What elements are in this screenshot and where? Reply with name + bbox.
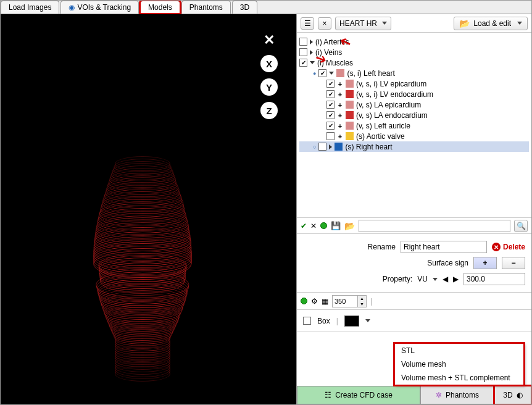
checkbox[interactable]: [299, 38, 307, 46]
export-menu: STL Volume mesh Volume mesh + STL comple…: [394, 343, 524, 385]
filter-input[interactable]: [359, 220, 510, 232]
checkbox[interactable]: ✔: [326, 80, 335, 88]
checkbox[interactable]: ✔: [326, 111, 335, 119]
divider: |: [370, 297, 372, 306]
tree-toolbar: ✔ ✕ 💾 📂 🔍: [297, 218, 531, 234]
color-swatch: [335, 143, 343, 151]
checkbox[interactable]: ✔: [299, 59, 307, 67]
menu-item-volume-mesh[interactable]: Volume mesh: [395, 357, 523, 371]
menu-item-volume-stl-complement[interactable]: Volume mesh + STL complement: [395, 371, 523, 385]
tool-icon[interactable]: ▦: [322, 297, 328, 306]
close-icon[interactable]: ✕: [260, 31, 278, 49]
tree-node-right-heart[interactable]: ○ (s) Right heart: [299, 141, 529, 152]
color-swatch: [346, 132, 354, 140]
tab-bar: Load Images ◉VOIs & Tracking Models Phan…: [1, 1, 531, 14]
db-icon[interactable]: ☰: [301, 17, 314, 30]
tool-icon[interactable]: ⚙: [311, 297, 318, 306]
tree-item-label: (v, s) LA epicardium: [356, 101, 421, 109]
tab-load-images[interactable]: Load Images: [1, 1, 59, 14]
checkbox[interactable]: [299, 48, 307, 56]
chevron-down-icon[interactable]: [433, 278, 438, 281]
record-icon[interactable]: [320, 222, 327, 229]
3d-icon: ◐: [517, 391, 523, 399]
tree-node-left-heart[interactable]: ● ✔ (s, i) Left heart: [299, 68, 529, 78]
search-icon[interactable]: 🔍: [514, 220, 528, 232]
next-icon[interactable]: ▶: [453, 275, 459, 283]
3d-viewer[interactable]: ✕ X Y Z: [1, 14, 297, 404]
view-z-button[interactable]: Z: [260, 102, 278, 119]
sign-minus-button[interactable]: −: [502, 257, 525, 269]
chevron-down-icon[interactable]: [365, 319, 370, 322]
expand-icon[interactable]: [310, 50, 313, 55]
view-x-button[interactable]: X: [260, 55, 278, 72]
tree-item-label: (s) Aortic valve: [356, 132, 405, 141]
view-y-button[interactable]: Y: [260, 78, 278, 96]
checkbox[interactable]: [326, 132, 335, 140]
color-swatch: [336, 69, 344, 77]
tree-item-label: (v, s) Left auricle: [356, 122, 410, 130]
spin-up[interactable]: ▲: [357, 296, 366, 301]
phantom-icon: ✲: [436, 391, 442, 399]
plus-icon: +: [337, 91, 343, 98]
tab-models[interactable]: Models: [140, 1, 180, 14]
tree-node-item[interactable]: ✔+(v, s) LA endocardium: [299, 110, 529, 120]
checkbox[interactable]: ✔: [318, 69, 326, 77]
cancel-icon[interactable]: ✕: [310, 222, 317, 230]
tree-item-label: (v, s, i) LV epicardium: [356, 80, 426, 88]
plus-icon: +: [337, 101, 343, 109]
property-name[interactable]: VU: [417, 275, 428, 283]
collapse-icon[interactable]: [310, 61, 315, 64]
3d-button[interactable]: 3D ◐: [494, 386, 531, 404]
clear-icon[interactable]: ×: [318, 17, 331, 30]
tree-node-veins[interactable]: (i) Veins: [299, 47, 529, 57]
tree-node-item[interactable]: ✔+(v, s, i) LV endocardium: [299, 89, 529, 99]
plus-icon: +: [337, 122, 343, 130]
tab-3d[interactable]: 3D: [232, 1, 257, 14]
apply-icon[interactable]: ✔: [301, 222, 307, 230]
delete-icon: ✕: [492, 243, 501, 251]
spinner-input[interactable]: [333, 296, 357, 307]
plus-icon: +: [337, 133, 343, 140]
expand-icon[interactable]: [329, 144, 332, 149]
action-bar: ☷ Create CFD case ✲ Phantoms 3D ◐: [297, 386, 531, 404]
tree-node-muscles[interactable]: ✔ (i) Muscles: [299, 57, 529, 68]
tab-vois-tracking[interactable]: ◉VOIs & Tracking: [60, 1, 139, 14]
color-picker[interactable]: [344, 315, 359, 327]
record-icon[interactable]: [301, 298, 307, 304]
mesh-toolbar: ⚙ ▦ ▲▼ |: [297, 293, 531, 310]
expand-icon[interactable]: [310, 40, 313, 44]
tab-phantoms[interactable]: Phantoms: [181, 1, 231, 14]
rename-input[interactable]: [401, 241, 487, 253]
checkbox[interactable]: ✔: [326, 122, 335, 130]
color-swatch: [346, 122, 354, 130]
box-checkbox[interactable]: [303, 317, 311, 325]
save-icon[interactable]: 💾: [331, 221, 341, 230]
checkbox[interactable]: ✔: [326, 101, 335, 109]
collapse-icon[interactable]: [329, 72, 334, 75]
model-select[interactable]: HEART HR: [335, 17, 391, 30]
divider: |: [336, 317, 338, 325]
create-cfd-button[interactable]: ☷ Create CFD case: [297, 386, 420, 404]
rename-label: Rename: [368, 243, 396, 251]
surface-sign-label: Surface sign: [427, 259, 468, 267]
box-row: Box |: [297, 310, 531, 332]
color-swatch: [346, 101, 354, 109]
prev-icon[interactable]: ◀: [443, 275, 448, 283]
chevron-down-icon: [382, 22, 387, 25]
resolution-spinner[interactable]: ▲▼: [332, 295, 367, 307]
phantoms-button[interactable]: ✲ Phantoms: [420, 386, 494, 404]
tree-node-item[interactable]: +(s) Aortic valve: [299, 131, 529, 141]
folder-open-icon[interactable]: 📂: [344, 221, 355, 231]
tree-node-arteries[interactable]: (i) Arteries: [299, 36, 529, 47]
tree-node-item[interactable]: ✔+(v, s) LA epicardium: [299, 99, 529, 110]
checkbox[interactable]: [318, 143, 326, 151]
checkbox[interactable]: ✔: [326, 90, 335, 98]
delete-button[interactable]: ✕ Delete: [492, 243, 525, 251]
property-value-input[interactable]: [463, 273, 525, 285]
spin-down[interactable]: ▼: [357, 301, 366, 307]
sign-plus-button[interactable]: +: [473, 257, 497, 269]
menu-item-stl[interactable]: STL: [395, 344, 523, 357]
tree-node-item[interactable]: ✔+(v, s, i) LV epicardium: [299, 78, 529, 89]
tree-node-item[interactable]: ✔+(v, s) Left auricle: [299, 120, 529, 131]
load-edit-button[interactable]: 📂 Load & edit: [454, 17, 528, 30]
